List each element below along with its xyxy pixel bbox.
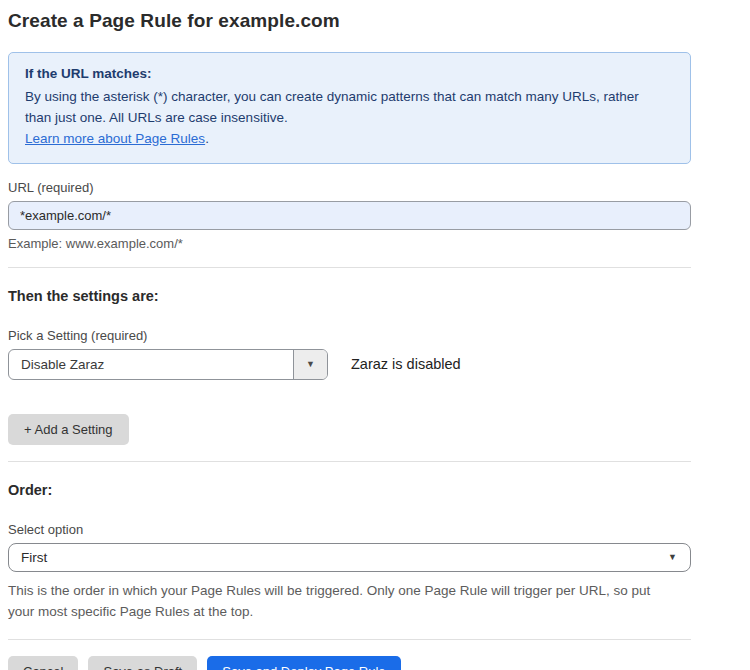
setting-status-text: Zaraz is disabled bbox=[351, 356, 461, 372]
setting-dropdown[interactable]: Disable Zaraz ▼ bbox=[8, 349, 328, 380]
add-setting-button[interactable]: + Add a Setting bbox=[8, 414, 129, 445]
pick-setting-label: Pick a Setting (required) bbox=[8, 328, 691, 343]
order-section-heading: Order: bbox=[8, 482, 691, 498]
save-and-deploy-button[interactable]: Save and Deploy Page Rule bbox=[207, 656, 400, 670]
url-input[interactable] bbox=[8, 201, 691, 230]
order-help-text: This is the order in which your Page Rul… bbox=[8, 580, 678, 623]
settings-section-heading: Then the settings are: bbox=[8, 288, 691, 304]
order-select[interactable]: First ▼ bbox=[8, 543, 691, 572]
learn-more-link[interactable]: Learn more about Page Rules bbox=[25, 131, 205, 146]
divider bbox=[8, 639, 691, 640]
create-page-rule-form: Create a Page Rule for example.com If th… bbox=[8, 0, 691, 670]
divider bbox=[8, 461, 691, 462]
info-box-heading: If the URL matches: bbox=[25, 64, 674, 85]
divider bbox=[8, 267, 691, 268]
setting-dropdown-value: Disable Zaraz bbox=[9, 350, 293, 379]
page-title: Create a Page Rule for example.com bbox=[8, 10, 691, 32]
setting-picker-row: Disable Zaraz ▼ Zaraz is disabled bbox=[8, 349, 691, 380]
save-as-draft-button[interactable]: Save as Draft bbox=[88, 656, 197, 670]
info-box-link-line: Learn more about Page Rules. bbox=[25, 129, 674, 150]
url-matches-info-box: If the URL matches: By using the asteris… bbox=[8, 52, 691, 164]
chevron-down-icon: ▼ bbox=[668, 552, 677, 562]
url-example-hint: Example: www.example.com/* bbox=[8, 236, 691, 251]
cancel-button[interactable]: Cancel bbox=[8, 656, 78, 670]
chevron-down-icon[interactable]: ▼ bbox=[293, 350, 327, 379]
info-box-body: By using the asterisk (*) character, you… bbox=[25, 87, 665, 129]
url-field-label: URL (required) bbox=[8, 180, 691, 195]
order-select-value: First bbox=[21, 550, 47, 565]
order-select-label: Select option bbox=[8, 522, 691, 537]
footer-actions: Cancel Save as Draft Save and Deploy Pag… bbox=[8, 656, 691, 670]
link-suffix: . bbox=[205, 131, 209, 146]
